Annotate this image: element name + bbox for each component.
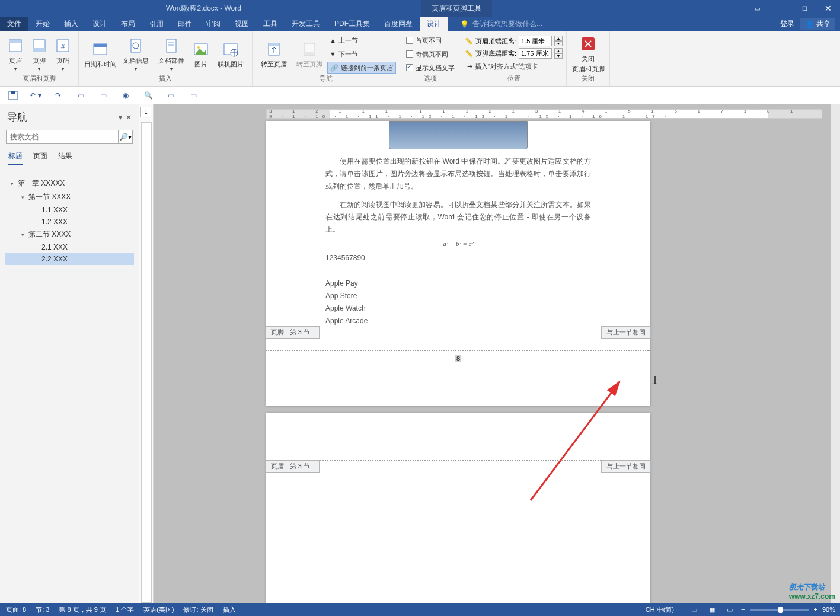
tree-item[interactable]: 1.1 XXX <box>5 204 134 216</box>
lightbulb-icon: 💡 <box>460 20 469 28</box>
status-language[interactable]: 英语(美国) <box>143 605 174 614</box>
page-9[interactable]: 页眉 - 第 3 节 - 与上一节相同 <box>266 413 650 603</box>
tab-selector[interactable]: L <box>140 107 151 117</box>
navpane-search[interactable]: 🔎▾ <box>6 130 133 144</box>
navpane-dropdown-icon[interactable]: ▾ <box>119 113 122 122</box>
link-to-previous-button[interactable]: 🔗链接到前一条页眉 <box>327 62 396 74</box>
online-pictures-button[interactable]: 联机图片 <box>213 34 248 74</box>
svg-rect-3 <box>33 48 45 52</box>
horizontal-ruler[interactable]: 3 · 1 · 2 · 1 · 1 · 1 · · 1 · 1 · 1 · 2 … <box>266 109 822 119</box>
tab-layout[interactable]: 布局 <box>114 17 142 31</box>
caret-icon[interactable]: ▾ <box>21 194 26 200</box>
navpane-close-icon[interactable]: ✕ <box>126 113 132 122</box>
spin-down-icon[interactable]: ▼ <box>554 41 563 46</box>
header-button[interactable]: 页眉▾ <box>4 34 27 74</box>
qat-button[interactable]: ▭ <box>97 90 109 101</box>
vertical-ruler[interactable] <box>141 122 152 603</box>
page-number-button[interactable]: # 页码▾ <box>51 34 75 74</box>
close-button[interactable]: ✕ <box>816 0 840 17</box>
footer-from-bottom-input[interactable] <box>519 48 552 59</box>
formula-text: a² + b² = c² <box>325 238 591 250</box>
tab-review[interactable]: 审阅 <box>199 17 228 31</box>
different-odd-even-checkbox[interactable]: 奇偶页不同 <box>404 48 457 60</box>
tab-home[interactable]: 开始 <box>28 17 57 31</box>
maximize-button[interactable]: ☐ <box>793 0 816 17</box>
status-page[interactable]: 页面: 8 <box>6 605 26 614</box>
zoom-percent[interactable]: 90% <box>822 606 835 613</box>
qat-button[interactable]: ◉ <box>120 90 132 101</box>
zoom-slider[interactable] <box>750 609 809 611</box>
footer-button[interactable]: 页脚▾ <box>27 34 51 74</box>
minimize-button[interactable]: — <box>769 0 793 17</box>
navpane-tab-pages[interactable]: 页面 <box>33 151 47 165</box>
share-button[interactable]: 👤 共享 <box>800 18 835 30</box>
tab-insert[interactable]: 插入 <box>57 17 85 31</box>
tab-developer[interactable]: 开发工具 <box>285 17 327 31</box>
search-icon[interactable]: 🔎▾ <box>118 130 132 143</box>
svg-rect-11 <box>168 42 174 43</box>
picture-button[interactable]: 图片 <box>189 34 213 74</box>
qat-button[interactable]: ▭ <box>75 90 87 101</box>
navpane-tab-results[interactable]: 结果 <box>58 151 72 165</box>
read-mode-icon[interactable]: ▭ <box>688 605 701 614</box>
footer-from-bottom-field[interactable]: 📏 页脚底端距离: ▲▼ <box>465 48 563 59</box>
tree-item[interactable]: 2.1 XXX <box>5 241 134 253</box>
header-from-top-field[interactable]: 📏 页眉顶端距离: ▲▼ <box>465 36 563 46</box>
navpane-tab-headings[interactable]: 标题 <box>8 151 23 165</box>
login-link[interactable]: 登录 <box>780 19 794 29</box>
ribbon-display-icon[interactable]: ▭ <box>745 0 769 17</box>
tree-item[interactable]: 1.2 XXX <box>5 216 134 228</box>
qat-button[interactable]: 🔍 <box>142 90 154 101</box>
goto-footer-button[interactable]: 转至页脚 <box>292 34 327 74</box>
tab-view[interactable]: 视图 <box>228 17 256 31</box>
spin-up-icon[interactable]: ▲ <box>554 36 563 41</box>
page-8[interactable]: 使用在需要位置出现的新按钮在 Word 中保存时间。若要更改图片适应文档的方式，… <box>266 121 650 406</box>
header-from-top-input[interactable] <box>519 36 552 46</box>
next-section-button[interactable]: ▼下一节 <box>327 48 396 60</box>
close-header-footer-button[interactable]: 关闭 页眉和页脚 <box>570 34 606 74</box>
search-input[interactable] <box>7 130 118 143</box>
redo-button[interactable]: ↷ <box>52 90 64 101</box>
caret-icon[interactable]: ▾ <box>21 232 26 238</box>
document-parts-button[interactable]: 文档部件▾ <box>154 34 189 74</box>
status-word-count[interactable]: 1 个字 <box>116 605 134 614</box>
status-page-of[interactable]: 第 8 页，共 9 页 <box>59 605 106 614</box>
tell-me-search[interactable]: 💡 告诉我您想要做什么... <box>460 19 542 29</box>
undo-button[interactable]: ↶ ▾ <box>30 90 41 101</box>
tab-mailings[interactable]: 邮件 <box>171 17 199 31</box>
tab-pdf[interactable]: PDF工具集 <box>327 17 377 31</box>
web-layout-icon[interactable]: ▭ <box>723 605 736 614</box>
qat-button[interactable]: ▭ <box>165 90 177 101</box>
spin-up-icon[interactable]: ▲ <box>554 48 563 53</box>
zoom-in-button[interactable]: + <box>814 606 817 613</box>
status-section[interactable]: 节: 3 <box>36 605 49 614</box>
qat-button[interactable]: ▭ <box>187 90 199 101</box>
caret-icon[interactable]: ▾ <box>11 181 15 187</box>
tree-item[interactable]: ▾第一章 XXXXX <box>5 177 134 190</box>
tab-tools[interactable]: 工具 <box>256 17 285 31</box>
tree-item[interactable]: ▾第一节 XXXX <box>5 190 134 204</box>
insert-alignment-tab-button[interactable]: ⇥插入"对齐方式"选项卡 <box>465 60 563 72</box>
zoom-out-button[interactable]: − <box>741 606 745 613</box>
tab-references[interactable]: 引用 <box>142 17 171 31</box>
tab-file[interactable]: 文件 <box>0 17 28 31</box>
different-first-page-checkbox[interactable]: 首页不同 <box>404 34 457 46</box>
show-document-text-checkbox[interactable]: 显示文档文字 <box>404 62 457 74</box>
tree-item[interactable]: ▾第二节 XXXX <box>5 228 134 241</box>
print-layout-icon[interactable]: ▦ <box>705 605 718 614</box>
status-track-changes[interactable]: 修订: 关闭 <box>183 605 213 614</box>
save-button[interactable] <box>7 90 19 101</box>
goto-header-button[interactable]: 转至页眉 <box>256 34 292 74</box>
spin-down-icon[interactable]: ▼ <box>554 53 563 59</box>
vertical-scrollbar[interactable] <box>831 104 840 603</box>
tab-baidu[interactable]: 百度网盘 <box>377 17 420 31</box>
date-time-button[interactable]: 日期和时间 <box>82 34 118 74</box>
tab-design[interactable]: 设计 <box>85 17 114 31</box>
tab-hf-design[interactable]: 设计 <box>420 17 448 31</box>
zoom-slider-thumb[interactable] <box>778 607 783 613</box>
tree-item[interactable]: 2.2 XXX <box>5 253 134 265</box>
status-insert-mode[interactable]: 插入 <box>223 605 236 614</box>
previous-section-button[interactable]: ▲上一节 <box>327 34 396 46</box>
document-info-button[interactable]: 文档信息▾ <box>118 34 154 74</box>
page-number-field[interactable]: 8 <box>455 355 461 362</box>
